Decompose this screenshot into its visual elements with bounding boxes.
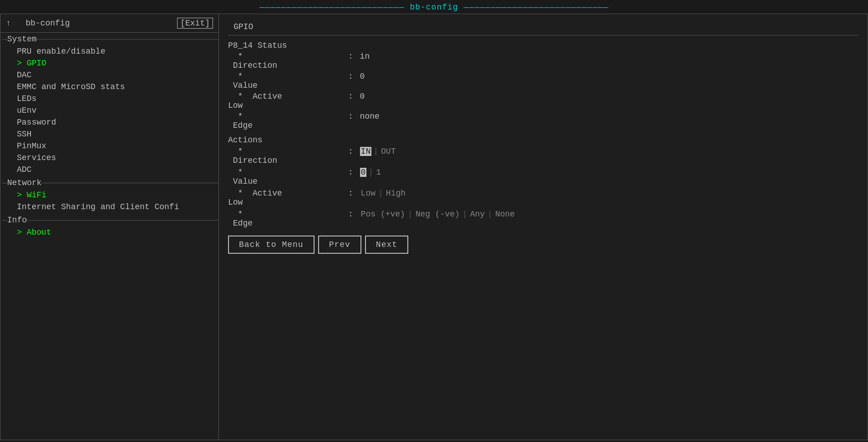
sidebar-item-leds[interactable]: LEDs — [0, 93, 218, 105]
title-bar: ——————————————————————————— bb-config ——… — [0, 0, 868, 14]
next-button[interactable]: Next — [365, 236, 408, 254]
direction-out-option[interactable]: OUT — [380, 147, 396, 156]
section-info: —Info — [0, 214, 218, 226]
info-menu: > About — [0, 226, 218, 239]
active-low-option[interactable]: Low — [360, 189, 376, 198]
button-row: Back to Menu Prev Next — [228, 236, 858, 254]
sidebar-header-left: ↑ bb-config — [6, 19, 70, 28]
sidebar-item-about[interactable]: > About — [0, 226, 218, 238]
edge-none-option[interactable]: None — [494, 210, 516, 219]
sidebar-item-adc[interactable]: ADC — [0, 164, 218, 176]
action-value: * Value : 0|1 — [228, 166, 858, 187]
action-edge: * Edge : Pos (+ve)|Neg (-ve)|Any|None — [228, 208, 858, 229]
edge-any-option[interactable]: Any — [469, 210, 486, 219]
header-arrow: ↑ — [6, 19, 11, 28]
sidebar-content: —System PRU enable/disable > GPIO DAC EM… — [0, 33, 218, 440]
panel-content: P8_14 Status * Direction : in * Value : … — [228, 35, 858, 435]
sidebar-item-ssh[interactable]: SSH — [0, 128, 218, 140]
app-title: bb-config — [410, 3, 458, 12]
back-to-menu-button[interactable]: Back to Menu — [228, 236, 315, 254]
sidebar-header: ↑ bb-config [Exit] — [0, 14, 218, 33]
sidebar-item-services[interactable]: Services — [0, 152, 218, 164]
status-section: P8_14 Status * Direction : in * Value : … — [228, 35, 858, 133]
network-menu: > WiFi Internet Sharing and Client Confi — [0, 188, 218, 214]
direction-in-option[interactable]: IN — [360, 147, 372, 156]
actions-label: Actions — [228, 133, 858, 146]
sidebar-item-gpio[interactable]: > GPIO — [0, 57, 218, 69]
edge-neg-option[interactable]: Neg (-ve) — [415, 210, 461, 219]
right-panel: GPIO P8_14 Status * Direction : in * Val… — [219, 14, 868, 440]
gpio-panel-title: GPIO — [228, 19, 858, 35]
sidebar-item-dac[interactable]: DAC — [0, 69, 218, 81]
section-network: —Network — [0, 176, 218, 188]
section-system: —System — [0, 33, 218, 45]
sidebar-item-pinmux[interactable]: PinMux — [0, 140, 218, 152]
prev-button[interactable]: Prev — [318, 236, 361, 254]
system-menu: PRU enable/disable > GPIO DAC EMMC and M… — [0, 45, 218, 176]
action-direction: * Direction : IN|OUT — [228, 146, 858, 166]
sidebar-item-emmc[interactable]: EMMC and MicroSD stats — [0, 81, 218, 93]
status-value: * Value : 0 — [228, 71, 858, 91]
sidebar-item-password[interactable]: Password — [0, 116, 218, 128]
status-edge: * Edge : none — [228, 111, 858, 131]
exit-button[interactable]: [Exit] — [177, 18, 213, 29]
sidebar-item-wifi[interactable]: > WiFi — [0, 189, 218, 201]
header-app-name: bb-config — [25, 19, 70, 28]
sidebar-item-pru[interactable]: PRU enable/disable — [0, 45, 218, 57]
status-active-low: * Active Low : 0 — [228, 91, 858, 111]
active-high-option[interactable]: High — [385, 189, 406, 198]
value-1-option[interactable]: 1 — [375, 168, 382, 177]
sidebar: ↑ bb-config [Exit] —System PRU enable/di… — [0, 14, 219, 440]
edge-pos-option[interactable]: Pos (+ve) — [360, 210, 406, 219]
sidebar-item-internet[interactable]: Internet Sharing and Client Confi — [0, 201, 218, 213]
sidebar-item-uenv[interactable]: uEnv — [0, 105, 218, 116]
action-active-low: * Active Low : Low|High — [228, 187, 858, 208]
pin-label: P8_14 Status — [228, 40, 858, 51]
status-direction: * Direction : in — [228, 51, 858, 71]
value-0-option[interactable]: 0 — [360, 168, 367, 177]
